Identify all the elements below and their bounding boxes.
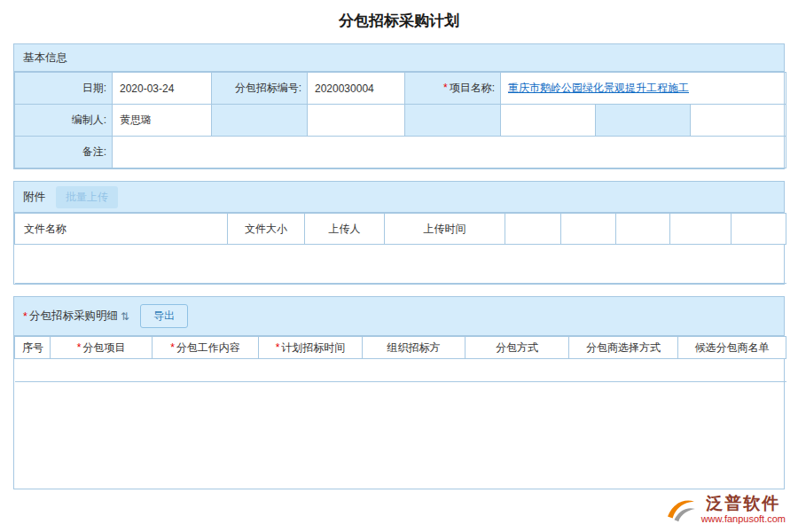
basic-info-row-3: 备注: [15, 137, 786, 168]
basic-info-section-title: 基本信息 [23, 51, 67, 66]
editor-value: 黄思璐 [113, 105, 212, 137]
detail-section-title: 分包招标采购明细 [29, 309, 118, 324]
detail-section: * 分包招标采购明细 ⇅ 导出 序号*分包项目*分包工作内容*计划招标时间组织招… [13, 296, 785, 489]
remark-value [113, 137, 786, 168]
project-name-link[interactable]: 重庆市鹅岭公园绿化景观提升工程施工 [508, 82, 689, 94]
required-marker: * [443, 82, 448, 94]
attachments-header-row: 文件名称文件大小上传人上传时间 [15, 214, 786, 245]
fanpu-logo-icon [666, 497, 696, 523]
required-marker: * [77, 341, 82, 354]
attachments-column-header-empty [732, 214, 786, 245]
detail-table: 序号*分包项目*分包工作内容*计划招标时间组织招标方分包方式分包商选择方式候选分… [14, 336, 786, 382]
detail-empty-row [15, 359, 786, 382]
basic-info-row-2: 编制人: 黄思璐 [15, 105, 786, 137]
attachments-empty-body [15, 245, 786, 284]
detail-header-band: * 分包招标采购明细 ⇅ 导出 [14, 297, 784, 336]
export-button[interactable]: 导出 [140, 304, 188, 328]
brand-url[interactable]: www.fanpusoft.com [701, 513, 786, 525]
empty-cell [596, 105, 691, 137]
fanpu-logo: 泛普软件 www.fanpusoft.com [666, 495, 786, 525]
attachments-column-header: 文件名称 [15, 214, 228, 245]
detail-header-row: 序号*分包项目*分包工作内容*计划招标时间组织招标方分包方式分包商选择方式候选分… [15, 337, 786, 359]
project-name-cell: 重庆市鹅岭公园绿化景观提升工程施工 [501, 73, 786, 105]
attachments-section-title: 附件 [23, 190, 45, 205]
attachments-column-header: 上传时间 [385, 214, 505, 245]
attachments-column-header-empty [616, 214, 670, 245]
basic-info-table: 日期: 2020-03-24 分包招标编号: 2020030004 *项目名称:… [14, 72, 786, 168]
bid-no-label: 分包招标编号: [212, 73, 308, 105]
required-marker: * [170, 341, 175, 354]
empty-cell [212, 105, 308, 137]
brand-name: 泛普软件 [706, 495, 780, 513]
detail-column-header: 分包方式 [466, 337, 569, 359]
attachments-header-band: 附件 批量上传 [14, 182, 784, 213]
editor-label: 编制人: [15, 105, 113, 137]
batch-upload-button[interactable]: 批量上传 [56, 186, 118, 208]
detail-column-header: *分包项目 [51, 337, 153, 359]
required-marker: * [276, 341, 280, 354]
empty-cell [405, 105, 501, 137]
sort-icon[interactable]: ⇅ [121, 310, 129, 323]
detail-blank-area [14, 382, 784, 489]
empty-cell [501, 105, 596, 137]
attachments-column-header-empty [670, 214, 732, 245]
detail-column-header: 分包商选择方式 [569, 337, 678, 359]
page-title: 分包招标采购计划 [0, 11, 798, 31]
detail-column-header: *分包工作内容 [153, 337, 259, 359]
attachments-column-header: 上传人 [305, 214, 385, 245]
fanpu-logo-text: 泛普软件 www.fanpusoft.com [701, 495, 786, 525]
detail-column-header: 组织招标方 [363, 337, 466, 359]
empty-cell [308, 105, 405, 137]
required-marker: * [23, 310, 27, 323]
attachments-section: 附件 批量上传 文件名称文件大小上传人上传时间 [13, 181, 785, 285]
detail-column-header: 序号 [15, 337, 51, 359]
date-label: 日期: [15, 73, 113, 105]
attachments-column-header-empty [561, 214, 616, 245]
attachments-table: 文件名称文件大小上传人上传时间 [14, 213, 786, 284]
bid-no-value: 2020030004 [308, 73, 405, 105]
project-name-label: *项目名称: [405, 73, 501, 105]
basic-info-row-1: 日期: 2020-03-24 分包招标编号: 2020030004 *项目名称:… [15, 73, 786, 105]
basic-info-section: 基本信息 日期: 2020-03-24 分包招标编号: 2020030004 *… [13, 43, 785, 169]
attachments-column-header-empty [505, 214, 561, 245]
project-name-label-text: 项目名称: [450, 82, 495, 94]
attachments-empty-row [15, 245, 786, 284]
attachments-column-header: 文件大小 [228, 214, 305, 245]
detail-column-header: *计划招标时间 [259, 337, 363, 359]
empty-cell [691, 105, 786, 137]
remark-label: 备注: [15, 137, 113, 168]
date-value: 2020-03-24 [113, 73, 212, 105]
detail-column-header: 候选分包商名单 [678, 337, 786, 359]
detail-empty-body [15, 359, 786, 382]
basic-info-header-band: 基本信息 [14, 44, 784, 72]
